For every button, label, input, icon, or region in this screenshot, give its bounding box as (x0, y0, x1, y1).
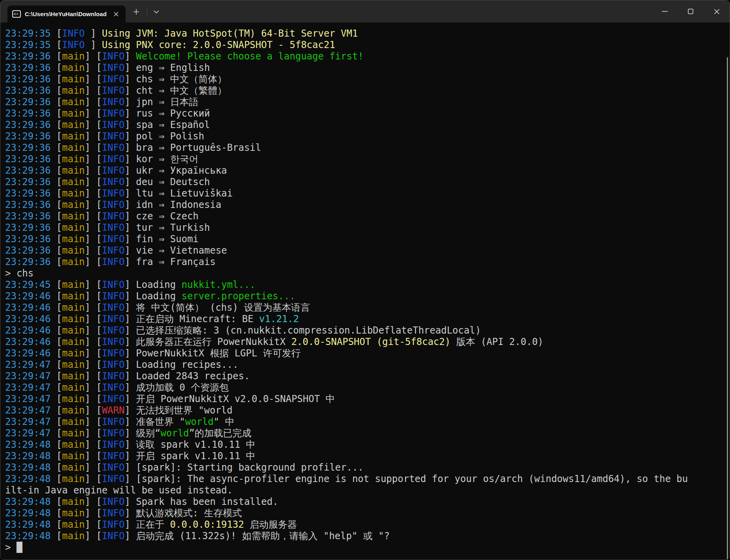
terminal-line: 23:29:47 [main] [WARN] 无法找到世界 "world (5, 405, 726, 416)
terminal-line: 23:29:48 [main] [INFO] [spark]: The asyn… (5, 473, 726, 485)
tabbar-divider (147, 7, 147, 16)
terminal-line: 23:29:36 [main] [INFO] ltu ⇒ Lietuviškai (5, 188, 726, 199)
scrollbar[interactable] (727, 57, 728, 560)
terminal-line: 23:29:46 [main] [INFO] 正在启动 Minecraft: B… (5, 313, 726, 325)
terminal-line: 23:29:47 [main] [INFO] Loading recipes..… (5, 359, 726, 371)
terminal-line: 23:29:36 [main] [INFO] jpn ⇒ 日本語 (5, 96, 726, 108)
terminal-line: > chs (5, 268, 726, 279)
terminal-line: 23:29:48 [main] [INFO] Spark has been in… (5, 496, 726, 508)
terminal-line: ilt-in Java engine will be used instead. (5, 485, 726, 496)
terminal-line: 23:29:36 [main] [INFO] fra ⇒ Français (5, 256, 726, 268)
terminal-line: 23:29:48 [main] [INFO] 正在于 0.0.0.0:19132… (5, 519, 726, 530)
terminal-line: 23:29:36 [main] [INFO] bra ⇒ Português-B… (5, 142, 726, 154)
terminal-line: 23:29:35 [INFO ] Using JVM: Java HotSpot… (5, 28, 726, 39)
terminal-line: 23:29:47 [main] [INFO] 成功加载 0 个资源包 (5, 382, 726, 393)
tab-title: C:\Users\HeYuHan\Download (25, 11, 111, 17)
terminal-line: 23:29:36 [main] [INFO] deu ⇒ Deutsch (5, 176, 726, 188)
maximize-icon (688, 9, 693, 14)
terminal-line: 23:29:48 [main] [INFO] [spark]: Starting… (5, 462, 726, 473)
terminal-line: 23:29:46 [main] [INFO] 此服务器正在运行 PowerNuk… (5, 336, 726, 348)
terminal-line: 23:29:36 [main] [INFO] rus ⇒ Русский (5, 108, 726, 119)
terminal-line: 23:29:47 [main] [INFO] 准备世界 "world" 中 (5, 416, 726, 428)
terminal-line: 23:29:36 [main] [INFO] ukr ⇒ Українська (5, 165, 726, 176)
terminal-line: 23:29:48 [main] [INFO] 启动完成 (11.322s)! 如… (5, 530, 726, 542)
terminal-line: 23:29:36 [main] [INFO] fin ⇒ Suomi (5, 234, 726, 245)
terminal-line: 23:29:48 [main] [INFO] 开启 spark v1.10.11… (5, 451, 726, 462)
close-icon (113, 11, 119, 17)
minimize-button[interactable] (652, 0, 678, 22)
minimize-icon (662, 11, 668, 12)
terminal-line: 23:29:46 [main] [INFO] PowerNukkitX 根据 L… (5, 348, 726, 359)
plus-icon (133, 9, 139, 15)
terminal-line: 23:29:45 [main] [INFO] Loading nukkit.ym… (5, 279, 726, 291)
terminal-window: C:\ C:\Users\HeYuHan\Download (0, 0, 730, 560)
terminal-screen[interactable]: 23:29:35 [INFO ] Using JVM: Java HotSpot… (0, 22, 730, 560)
terminal-line: 23:29:46 [main] [INFO] Loading server.pr… (5, 291, 726, 302)
terminal-line: 23:29:36 [main] [INFO] idn ⇒ Indonesia (5, 199, 726, 211)
terminal-line: 23:29:47 [main] [INFO] Loaded 2843 recip… (5, 371, 726, 382)
terminal-line: 23:29:47 [main] [INFO] 开启 PowerNukkitX v… (5, 393, 726, 405)
terminal-line: 23:29:36 [main] [INFO] eng ⇒ English (5, 62, 726, 74)
terminal-line: 23:29:36 [main] [INFO] tur ⇒ Turkish (5, 222, 726, 234)
terminal-line: 23:29:48 [main] [INFO] 读取 spark v1.10.11… (5, 439, 726, 451)
terminal-line: 23:29:36 [main] [INFO] chs ⇒ 中文（简体） (5, 74, 726, 85)
terminal-line: 23:29:36 [main] [INFO] cht ⇒ 中文（繁體） (5, 85, 726, 96)
terminal-line: 23:29:36 [main] [INFO] spa ⇒ Español (5, 119, 726, 131)
terminal-line: 23:29:36 [main] [INFO] kor ⇒ 한국어 (5, 154, 726, 165)
terminal-line: 23:29:47 [main] [INFO] 级别“world”的加载已完成 (5, 428, 726, 439)
tab-active[interactable]: C:\ C:\Users\HeYuHan\Download (7, 6, 126, 22)
titlebar[interactable]: C:\ C:\Users\HeYuHan\Download (0, 0, 730, 22)
terminal-output: 23:29:35 [INFO ] Using JVM: Java HotSpot… (5, 28, 726, 553)
terminal-line: 23:29:36 [main] [INFO] vie ⇒ Vietnamese (5, 245, 726, 256)
caption-buttons (652, 0, 730, 22)
new-tab-button[interactable] (130, 5, 143, 19)
terminal-line: > █ (5, 542, 726, 553)
terminal-line: 23:29:36 [main] [INFO] Welcome! Please c… (5, 51, 726, 62)
terminal-line: 23:29:46 [main] [INFO] 将 中文(简体） (chs) 设置… (5, 302, 726, 313)
terminal-line: 23:29:36 [main] [INFO] pol ⇒ Polish (5, 131, 726, 142)
terminal-line: 23:29:46 [main] [INFO] 已选择压缩策略: 3 (cn.nu… (5, 325, 726, 336)
terminal-line: 23:29:35 [INFO ] Using PNX core: 2.0.0-S… (5, 39, 726, 51)
terminal-line: 23:29:48 [main] [INFO] 默认游戏模式: 生存模式 (5, 508, 726, 519)
terminal-line: 23:29:36 [main] [INFO] cze ⇒ Czech (5, 211, 726, 222)
maximize-button[interactable] (678, 0, 704, 22)
close-icon (714, 9, 720, 15)
tab-close-button[interactable] (111, 9, 122, 20)
cmd-icon: C:\ (12, 10, 21, 18)
close-button[interactable] (704, 0, 730, 22)
chevron-down-icon (154, 10, 159, 14)
tab-dropdown-button[interactable] (150, 5, 163, 19)
